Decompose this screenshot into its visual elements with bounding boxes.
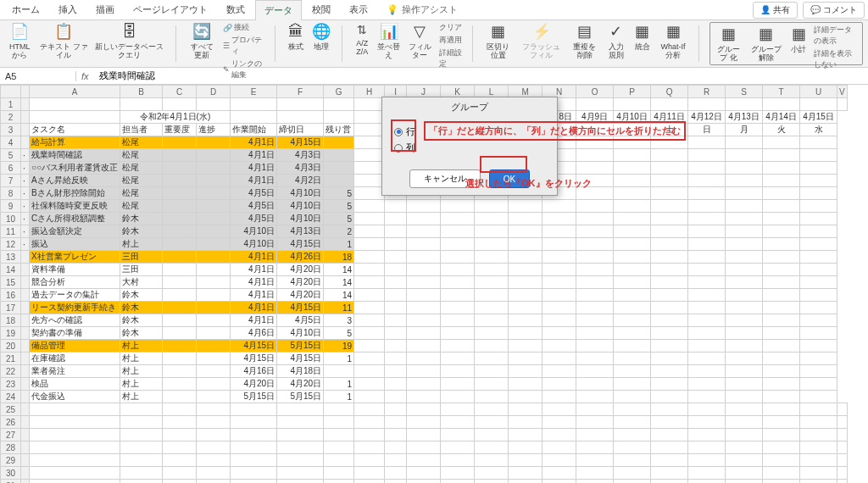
group-button[interactable]: ▦グループ 化 <box>714 25 743 63</box>
tab-pagelayout[interactable]: ページレイアウト <box>125 0 216 19</box>
row-header[interactable]: 21 <box>1 353 21 365</box>
row-header[interactable]: 12 <box>1 238 21 251</box>
formula-bar[interactable]: 残業時間確認 <box>94 69 868 82</box>
col-header[interactable]: U <box>800 86 837 98</box>
cell[interactable]: 残業時間確認 <box>30 149 120 162</box>
tab-view[interactable]: 表示 <box>341 0 376 19</box>
hide-detail-button[interactable]: 詳細を表示しない <box>814 48 859 70</box>
col-header[interactable]: H <box>354 86 385 98</box>
clear-filter-button[interactable]: クリア <box>439 22 462 33</box>
col-header[interactable]: F <box>277 86 324 98</box>
row-header[interactable]: 6 <box>1 162 21 175</box>
cell[interactable]: 契約書の準備 <box>30 327 120 340</box>
row-header[interactable]: 24 <box>1 391 21 403</box>
text-to-columns-button[interactable]: ▦区切り 位置 <box>483 22 513 60</box>
data-validation-button[interactable]: ✓入力規則 <box>604 22 627 60</box>
row-header[interactable]: 22 <box>1 365 21 378</box>
col-header[interactable]: A <box>30 86 120 98</box>
cell[interactable]: 振込 <box>30 238 120 251</box>
cell[interactable]: 競合分析 <box>30 276 120 289</box>
remove-duplicates-button[interactable]: ▤重複を 削除 <box>570 22 599 60</box>
tab-home[interactable]: ホーム <box>3 0 48 19</box>
col-header[interactable]: T <box>763 86 800 98</box>
col-header[interactable]: D <box>197 86 231 98</box>
geography-button[interactable]: 🌐地理 <box>311 22 331 52</box>
col-header[interactable]: G <box>324 86 354 98</box>
tab-assist[interactable]: 💡操作アシスト <box>378 0 466 19</box>
col-header[interactable]: V <box>837 86 848 98</box>
ungroup-button[interactable]: ▦グループ 解除 <box>748 25 783 63</box>
filter-button[interactable]: ▽フィルター <box>405 22 434 60</box>
cell[interactable]: 過去データの集計 <box>30 289 120 302</box>
tab-data[interactable]: データ <box>255 0 302 20</box>
row-header[interactable]: 31 <box>1 480 21 484</box>
stocks-button[interactable]: 🏛株式 <box>286 22 306 52</box>
show-detail-button[interactable]: 詳細データの表示 <box>814 25 859 47</box>
row-header[interactable]: 27 <box>1 429 21 441</box>
tab-review[interactable]: 校閲 <box>303 0 339 19</box>
row-header[interactable]: 20 <box>1 340 21 353</box>
cell[interactable]: Bさん財形控除開始 <box>30 187 120 200</box>
col-header[interactable]: S <box>726 86 763 98</box>
row-header[interactable]: 28 <box>1 441 21 454</box>
new-db-query-button[interactable]: 🗄新しいデータベース クエリ <box>93 22 165 60</box>
row-header[interactable]: 1 <box>1 98 21 111</box>
row-header[interactable]: 19 <box>1 327 21 340</box>
cell[interactable]: Cさん所得税額調整 <box>30 213 120 225</box>
cell[interactable]: 在庫確認 <box>30 353 120 365</box>
reapply-button[interactable]: 再適用 <box>439 35 462 46</box>
row-header[interactable]: 13 <box>1 251 21 264</box>
cell[interactable]: Aさん昇給反映 <box>30 175 120 187</box>
col-header[interactable]: R <box>688 86 726 98</box>
row-header[interactable]: 17 <box>1 302 21 314</box>
col-header[interactable]: O <box>576 86 614 98</box>
col-header[interactable]: E <box>231 86 277 98</box>
sort-az-button[interactable]: ⇅A/Z Z/A <box>353 22 372 57</box>
row-header[interactable]: 3 <box>1 124 21 136</box>
row-header[interactable]: 2 <box>1 111 21 124</box>
row-header[interactable]: 30 <box>1 467 21 480</box>
row-header[interactable]: 25 <box>1 403 21 416</box>
sort-button[interactable]: 📊並べ替え <box>377 22 400 60</box>
row-header[interactable]: 23 <box>1 378 21 391</box>
cell[interactable]: 先方への確認 <box>30 314 120 327</box>
row-header[interactable]: 9 <box>1 200 21 213</box>
cell[interactable]: ○○バス利用者運賃改正 <box>30 162 120 175</box>
row-header[interactable]: 8 <box>1 187 21 200</box>
col-header[interactable]: C <box>163 86 197 98</box>
text-file-button[interactable]: 📋テキスト ファイル <box>40 22 89 60</box>
col-header[interactable]: P <box>614 86 651 98</box>
row-header[interactable]: 18 <box>1 314 21 327</box>
row-header[interactable]: 4 <box>1 136 21 149</box>
cell[interactable]: 検品 <box>30 378 120 391</box>
cell[interactable]: 代金振込 <box>30 391 120 403</box>
refresh-all-button[interactable]: 🔄すべて 更新 <box>186 22 218 60</box>
col-header[interactable]: B <box>120 86 163 98</box>
flash-fill-button[interactable]: ⚡フラッシュ フィル <box>518 22 565 60</box>
row-header[interactable]: 14 <box>1 264 21 276</box>
tab-formulas[interactable]: 数式 <box>218 0 253 19</box>
comment-button[interactable]: 💬コメント <box>803 2 865 19</box>
cell[interactable]: X社営業プレゼン <box>30 251 120 264</box>
whatif-button[interactable]: ▦What-If 分析 <box>658 22 689 60</box>
radio-column-option[interactable]: 列 <box>394 142 545 154</box>
share-button[interactable]: 👤共有 <box>753 2 798 19</box>
row-header[interactable]: 10 <box>1 213 21 225</box>
cell[interactable]: 備品管理 <box>30 340 120 353</box>
row-header[interactable]: 11 <box>1 225 21 238</box>
row-header[interactable]: 29 <box>1 454 21 467</box>
row-header[interactable]: 15 <box>1 276 21 289</box>
row-header[interactable]: 5 <box>1 149 21 162</box>
row-header[interactable]: 7 <box>1 175 21 187</box>
row-header[interactable]: 16 <box>1 289 21 302</box>
cell[interactable]: 振込金額決定 <box>30 225 120 238</box>
col-header[interactable]: Q <box>651 86 688 98</box>
consolidate-button[interactable]: ▦統合 <box>632 22 653 52</box>
advanced-filter-button[interactable]: 詳細設定 <box>439 47 462 69</box>
cell[interactable]: 給与計算 <box>30 136 120 149</box>
cell[interactable]: リース契約更新手続き <box>30 302 120 314</box>
cell[interactable]: 業者発注 <box>30 365 120 378</box>
properties-button[interactable]: ☰プロパティ <box>223 35 264 57</box>
cell[interactable]: 資料準備 <box>30 264 120 276</box>
connections-button[interactable]: 🔗接続 <box>223 22 264 33</box>
